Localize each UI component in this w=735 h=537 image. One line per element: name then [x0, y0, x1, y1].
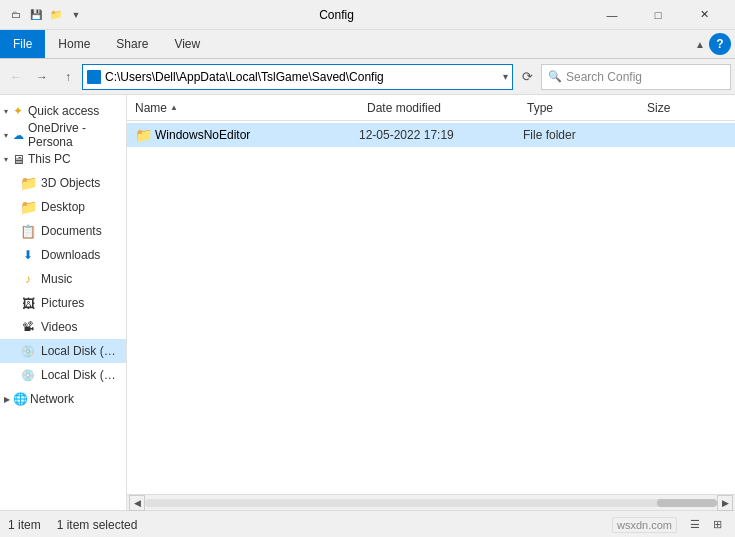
back-button[interactable]: ← — [4, 65, 28, 89]
sidebar-item-pictures[interactable]: 🖼 Pictures — [0, 291, 126, 315]
maximize-button[interactable]: □ — [635, 0, 681, 30]
scroll-thumb[interactable] — [657, 499, 717, 507]
folder-file-icon: 📁 — [135, 127, 151, 143]
list-view-icon[interactable]: ☰ — [685, 515, 705, 535]
nav-bar: ← → ↑ C:\Users\Dell\AppData\Local\TslGam… — [0, 59, 735, 95]
sidebar-item-network[interactable]: ▶ 🌐 Network — [0, 387, 126, 411]
help-button[interactable]: ? — [709, 33, 731, 55]
grid-view-icon[interactable]: ⊞ — [707, 515, 727, 535]
sidebar-item-onedrive[interactable]: ▾ ☁ OneDrive - Persona — [0, 123, 126, 147]
pictures-icon: 🖼 — [20, 295, 36, 311]
col-header-name[interactable]: Name ▲ — [135, 101, 367, 115]
tab-share[interactable]: Share — [103, 30, 161, 58]
sidebar-3dobjects-label: 3D Objects — [41, 176, 100, 190]
scroll-track[interactable] — [145, 499, 717, 507]
documents-icon: 📋 — [20, 223, 36, 239]
ribbon-tabs: File Home Share View ▲ ? — [0, 30, 735, 58]
sidebar-item-local-disk-c[interactable]: 💿 Local Disk (C:) — [0, 339, 126, 363]
address-folder-icon — [87, 70, 101, 84]
up-button[interactable]: ↑ — [56, 65, 80, 89]
address-dropdown-icon[interactable]: ▾ — [503, 71, 508, 82]
sidebar-videos-label: Videos — [41, 320, 77, 334]
main-layout: ▾ ✦ Quick access ▾ ☁ OneDrive - Persona … — [0, 95, 735, 510]
file-name: WindowsNoEditor — [155, 128, 355, 142]
tab-view[interactable]: View — [161, 30, 213, 58]
watermark-text: wsxdn.com — [612, 517, 677, 533]
status-bar: 1 item 1 item selected wsxdn.com ☰ ⊞ — [0, 510, 735, 537]
ribbon-right: ▲ ? — [693, 30, 735, 58]
disk-d-icon: 💿 — [20, 367, 36, 383]
minimize-button[interactable]: — — [589, 0, 635, 30]
window-icon-2: 💾 — [28, 7, 44, 23]
star-icon: ✦ — [10, 103, 26, 119]
col-header-size[interactable]: Size — [647, 101, 727, 115]
sort-arrow-icon: ▲ — [170, 103, 178, 112]
sidebar-quick-access-label: Quick access — [28, 104, 99, 118]
close-button[interactable]: ✕ — [681, 0, 727, 30]
window-title: Config — [84, 8, 589, 22]
chevron-down-icon-pc: ▾ — [4, 155, 8, 164]
horizontal-scrollbar[interactable]: ◀ ▶ — [127, 494, 735, 510]
address-text: C:\Users\Dell\AppData\Local\TslGame\Save… — [105, 70, 499, 84]
sidebar-music-label: Music — [41, 272, 72, 286]
sidebar-pictures-label: Pictures — [41, 296, 84, 310]
sidebar-item-this-pc[interactable]: ▾ 🖥 This PC — [0, 147, 126, 171]
refresh-button[interactable]: ⟳ — [515, 65, 539, 89]
sidebar-item-videos[interactable]: 📽 Videos — [0, 315, 126, 339]
search-icon: 🔍 — [548, 70, 562, 83]
downloads-icon: ⬇ — [20, 247, 36, 263]
sidebar-this-pc-label: This PC — [28, 152, 71, 166]
title-bar: 🗀 💾 📁 ▼ Config — □ ✕ — [0, 0, 735, 30]
sidebar-onedrive-label: OneDrive - Persona — [28, 121, 122, 149]
sidebar-desktop-label: Desktop — [41, 200, 85, 214]
selected-count-label: 1 item selected — [57, 518, 138, 532]
tab-file[interactable]: File — [0, 30, 45, 58]
search-bar[interactable]: 🔍 Search Config — [541, 64, 731, 90]
sidebar-item-local-disk-d[interactable]: 💿 Local Disk (D:) — [0, 363, 126, 387]
sidebar-downloads-label: Downloads — [41, 248, 100, 262]
window-icon-3: 📁 — [48, 7, 64, 23]
chevron-right-icon: ▾ — [4, 131, 8, 140]
sidebar-item-desktop[interactable]: 📁 Desktop — [0, 195, 126, 219]
address-bar[interactable]: C:\Users\Dell\AppData\Local\TslGame\Save… — [82, 64, 513, 90]
sidebar-item-quick-access[interactable]: ▾ ✦ Quick access — [0, 99, 126, 123]
status-right: wsxdn.com ☰ ⊞ — [612, 515, 727, 535]
title-bar-icons: 🗀 💾 📁 ▼ — [8, 7, 84, 23]
window-controls: — □ ✕ — [589, 0, 727, 30]
col-header-date[interactable]: Date modified — [367, 101, 527, 115]
column-headers: Name ▲ Date modified Type Size — [127, 95, 735, 121]
table-row[interactable]: 📁 WindowsNoEditor 12-05-2022 17:19 File … — [127, 123, 735, 147]
file-type: File folder — [523, 128, 643, 142]
window-icon-1: 🗀 — [8, 7, 24, 23]
ribbon: File Home Share View ▲ ? — [0, 30, 735, 59]
sidebar-network-label: Network — [30, 392, 74, 406]
scroll-left-button[interactable]: ◀ — [129, 495, 145, 511]
scroll-right-button[interactable]: ▶ — [717, 495, 733, 511]
col-size-label: Size — [647, 101, 670, 115]
chevron-down-icon: ▾ — [4, 107, 8, 116]
music-icon: ♪ — [20, 271, 36, 287]
col-date-label: Date modified — [367, 101, 441, 115]
content-area: Name ▲ Date modified Type Size 📁 Windows… — [127, 95, 735, 510]
forward-button[interactable]: → — [30, 65, 54, 89]
disk-c-icon: 💿 — [20, 343, 36, 359]
col-name-label: Name — [135, 101, 167, 115]
sidebar-item-3d-objects[interactable]: 📁 3D Objects — [0, 171, 126, 195]
cloud-icon: ☁ — [10, 127, 26, 143]
file-list: 📁 WindowsNoEditor 12-05-2022 17:19 File … — [127, 121, 735, 494]
col-header-type[interactable]: Type — [527, 101, 647, 115]
sidebar-item-music[interactable]: ♪ Music — [0, 267, 126, 291]
sidebar-item-downloads[interactable]: ⬇ Downloads — [0, 243, 126, 267]
sidebar: ▾ ✦ Quick access ▾ ☁ OneDrive - Persona … — [0, 95, 127, 510]
tab-home[interactable]: Home — [45, 30, 103, 58]
search-placeholder-text: Search Config — [566, 70, 724, 84]
sidebar-documents-label: Documents — [41, 224, 102, 238]
videos-icon: 📽 — [20, 319, 36, 335]
col-type-label: Type — [527, 101, 553, 115]
ribbon-expand-icon[interactable]: ▲ — [693, 37, 707, 52]
sidebar-item-documents[interactable]: 📋 Documents — [0, 219, 126, 243]
item-count-label: 1 item — [8, 518, 41, 532]
dropdown-arrow-icon[interactable]: ▼ — [68, 7, 84, 23]
folder-icon: 📁 — [20, 175, 36, 191]
folder-icon: 📁 — [20, 199, 36, 215]
